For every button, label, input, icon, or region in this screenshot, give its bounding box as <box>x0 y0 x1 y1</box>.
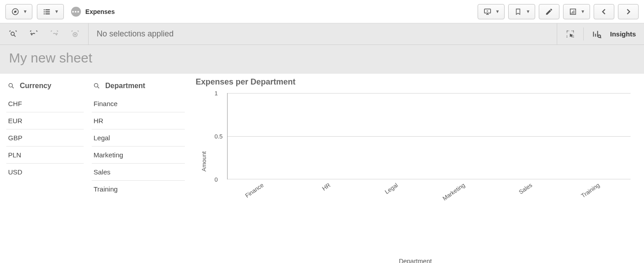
chart-xtick: Marketing <box>441 182 466 202</box>
list-item[interactable]: Marketing <box>92 147 185 164</box>
svg-rect-2 <box>44 9 45 10</box>
chart-ytick: 1 <box>215 90 218 97</box>
search-icon <box>92 81 102 91</box>
chevron-right-icon <box>623 7 633 17</box>
sheets-dropdown-button[interactable]: ▼ <box>563 4 590 19</box>
chart-gridline <box>228 179 631 179</box>
insights-icon[interactable] <box>592 29 602 39</box>
svg-marker-1 <box>14 11 16 13</box>
smart-search-icon[interactable] <box>8 29 18 39</box>
play-monitor-icon <box>483 7 492 17</box>
list-item[interactable]: HR <box>92 112 185 129</box>
filter-department-list: Finance HR Legal Marketing Sales Trainin… <box>92 95 185 197</box>
svg-rect-3 <box>45 9 50 10</box>
chart-xtick: Finance <box>244 182 264 199</box>
svg-point-15 <box>94 84 98 87</box>
svg-point-13 <box>598 35 601 37</box>
svg-rect-5 <box>45 11 50 12</box>
chart-gridline <box>228 136 631 137</box>
chart-ylabel: Amount <box>201 152 207 172</box>
chart-xtick: Legal <box>384 182 399 196</box>
bookmark-dropdown-button[interactable]: ▼ <box>508 4 535 19</box>
app-label: ••• Expenses <box>71 7 115 17</box>
list-item[interactable]: CHF <box>6 95 84 112</box>
sheet-grid-icon <box>568 7 578 17</box>
chevron-down-icon: ▼ <box>23 9 27 14</box>
list-item[interactable]: PLN <box>6 147 84 164</box>
list-dropdown-button[interactable]: ▼ <box>37 4 64 19</box>
sheet-content: Currency CHF EUR GBP PLN USD Department … <box>0 74 644 262</box>
chart-gridline <box>228 93 631 94</box>
chevron-down-icon: ▼ <box>54 9 59 14</box>
chevron-down-icon: ▼ <box>581 9 585 14</box>
list-item[interactable]: Training <box>92 181 185 197</box>
insights-label[interactable]: Insights <box>610 30 636 38</box>
chart-xtick: Training <box>580 182 601 199</box>
chart-ytick: 0 <box>215 176 218 183</box>
navigation-menu-button[interactable]: ▼ <box>5 4 32 19</box>
search-icon <box>6 81 16 91</box>
chevron-left-icon <box>599 7 609 17</box>
chevron-down-icon: ▼ <box>495 9 500 14</box>
chart-container[interactable]: Expenses per Department Amount FinanceHR… <box>187 74 644 262</box>
list-item[interactable]: USD <box>6 164 84 180</box>
chart-plot <box>227 93 631 179</box>
list-icon <box>42 7 52 17</box>
clear-selections-icon <box>70 29 80 39</box>
app-name: Expenses <box>85 8 115 15</box>
filter-department-label: Department <box>105 82 145 90</box>
app-icon: ••• <box>71 7 81 17</box>
chart-title: Expenses per Department <box>196 77 635 87</box>
chart-ytick: 0.5 <box>215 133 223 140</box>
chart-area: Amount FinanceHRLegalMarketingSalesTrain… <box>196 89 635 233</box>
prev-sheet-button[interactable] <box>594 4 614 19</box>
selection-bar: No selections applied Insights <box>0 23 644 45</box>
sheet-title: My new sheet <box>9 50 635 66</box>
list-item[interactable]: EUR <box>6 112 84 129</box>
compass-icon <box>10 7 20 17</box>
filter-currency-label: Currency <box>20 82 51 90</box>
chart-xtick: HR <box>321 182 332 192</box>
top-toolbar: ▼ ▼ ••• Expenses ▼ ▼ <box>0 0 644 23</box>
bookmark-icon <box>513 7 523 17</box>
list-item[interactable]: GBP <box>6 129 84 147</box>
step-back-icon[interactable] <box>29 29 39 39</box>
pencil-icon <box>544 7 554 17</box>
svg-point-14 <box>9 84 13 87</box>
svg-rect-4 <box>44 11 45 12</box>
filter-currency: Currency CHF EUR GBP PLN USD <box>0 74 85 262</box>
svg-rect-6 <box>44 13 45 14</box>
next-sheet-button[interactable] <box>618 4 639 19</box>
list-item[interactable]: Finance <box>92 95 185 112</box>
chart-xticks: FinanceHRLegalMarketingSalesTraining <box>227 182 631 211</box>
svg-marker-9 <box>487 10 489 12</box>
present-button[interactable]: ▼ <box>478 4 505 19</box>
chevron-down-icon: ▼ <box>526 9 530 14</box>
chart-xtick: Sales <box>518 182 533 196</box>
selection-tool-icon[interactable] <box>565 29 575 39</box>
step-forward-icon <box>49 29 59 39</box>
sheet-title-bar: My new sheet <box>0 45 644 74</box>
filter-department-header[interactable]: Department <box>92 78 185 95</box>
svg-point-11 <box>11 32 14 35</box>
selection-text: No selections applied <box>89 29 557 39</box>
chart-xlabel: Department <box>399 258 432 263</box>
filter-currency-list: CHF EUR GBP PLN USD <box>6 95 84 180</box>
list-item[interactable]: Sales <box>92 164 185 181</box>
list-item[interactable]: Legal <box>92 129 185 147</box>
svg-rect-7 <box>45 13 50 14</box>
filter-department: Department Finance HR Legal Marketing Sa… <box>85 74 187 262</box>
edit-button[interactable] <box>539 4 559 19</box>
filter-currency-header[interactable]: Currency <box>6 78 84 95</box>
